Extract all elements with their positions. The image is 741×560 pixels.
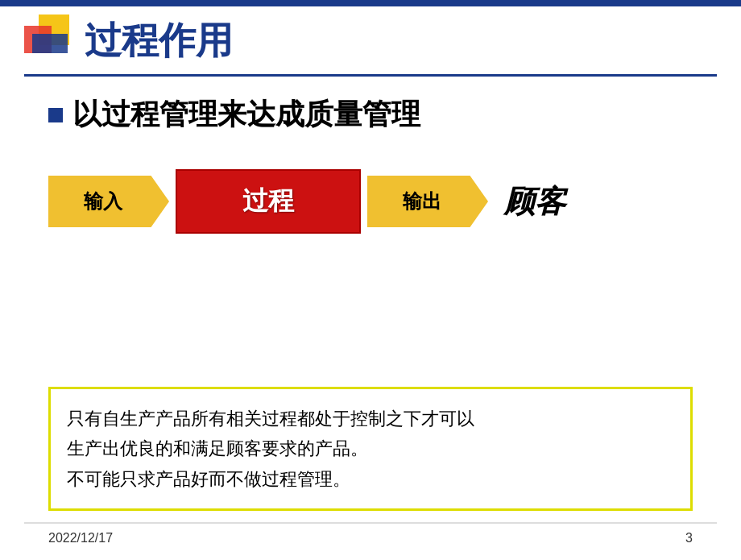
footer: 2022/12/17 3 [48, 531, 693, 545]
output-arrow: 输出 [367, 176, 488, 227]
footer-page: 3 [685, 531, 693, 545]
bullet-square-icon [48, 108, 63, 122]
input-arrow: 输入 [48, 176, 169, 227]
logo-blue [32, 34, 68, 53]
bottom-rule [24, 522, 717, 524]
text-box: 只有自生产产品所有相关过程都处于控制之下才可以 生产出优良的和满足顾客要求的产品… [48, 387, 693, 511]
logo-block [24, 15, 72, 63]
footer-date: 2022/12/17 [48, 531, 113, 545]
title-rule [24, 74, 717, 77]
bullet-section: 以过程管理来达成质量管理 [48, 95, 420, 135]
top-decoration-bar [0, 0, 741, 6]
page-title: 过程作用 [85, 16, 233, 66]
bullet-text: 以过程管理来达成质量管理 [72, 95, 420, 135]
textbox-line1: 只有自生产产品所有相关过程都处于控制之下才可以 [67, 409, 474, 429]
process-box: 过程 [176, 169, 361, 234]
output-label: 输出 [403, 189, 441, 214]
customer-label: 顾客 [504, 181, 565, 222]
process-label: 过程 [242, 184, 294, 219]
text-box-content: 只有自生产产品所有相关过程都处于控制之下才可以 生产出优良的和满足顾客要求的产品… [67, 404, 674, 494]
input-label: 输入 [84, 189, 122, 214]
flow-diagram: 输入 过程 输出 顾客 [48, 169, 693, 234]
textbox-line2: 生产出优良的和满足顾客要求的产品。 [67, 438, 368, 458]
textbox-line3: 不可能只求产品好而不做过程管理。 [67, 469, 350, 489]
